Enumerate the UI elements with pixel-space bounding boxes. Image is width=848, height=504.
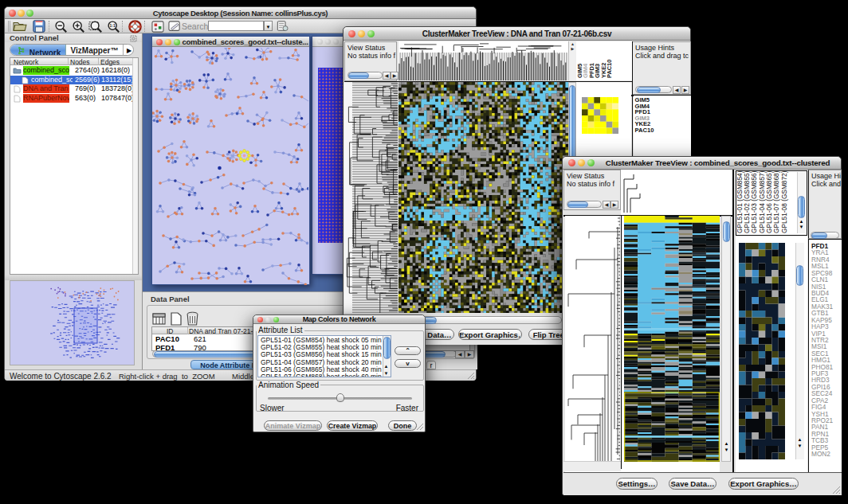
svg-text:GPL51-08 (GSM872): GPL51-08 (GSM872) xyxy=(779,170,787,233)
svg-text:1:1: 1:1 xyxy=(110,23,116,28)
svg-text:PAC10: PAC10 xyxy=(606,60,613,78)
